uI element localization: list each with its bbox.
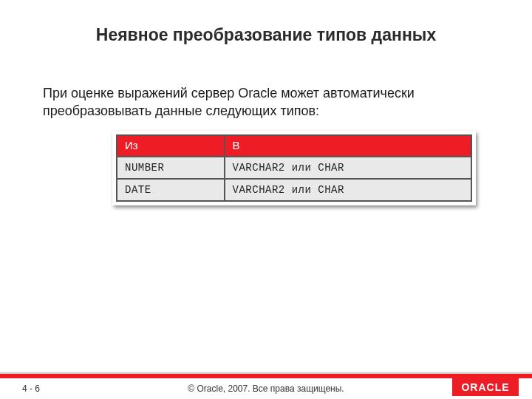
slide: Неявное преобразование типов данных При … [0,0,532,399]
cell-to: VARCHAR2 или CHAR [225,179,471,201]
header-from: Из [117,135,225,157]
cell-from: DATE [117,179,225,201]
oracle-logo-text: ORACLE [461,381,509,393]
conversion-table: Из В NUMBER VARCHAR2 или CHAR DATE VARCH… [116,134,472,202]
header-to: В [225,135,471,157]
cell-from: NUMBER [117,157,225,179]
table-row: NUMBER VARCHAR2 или CHAR [117,157,471,179]
slide-title: Неявное преобразование типов данных [0,25,532,45]
table-header-row: Из В [117,135,471,157]
conversion-table-wrap: Из В NUMBER VARCHAR2 или CHAR DATE VARCH… [112,131,476,205]
body-text: При оценке выражений сервер Oracle может… [43,84,480,120]
table-row: DATE VARCHAR2 или CHAR [117,179,471,201]
oracle-logo: ORACLE [452,378,519,396]
cell-to: VARCHAR2 или CHAR [225,157,471,179]
